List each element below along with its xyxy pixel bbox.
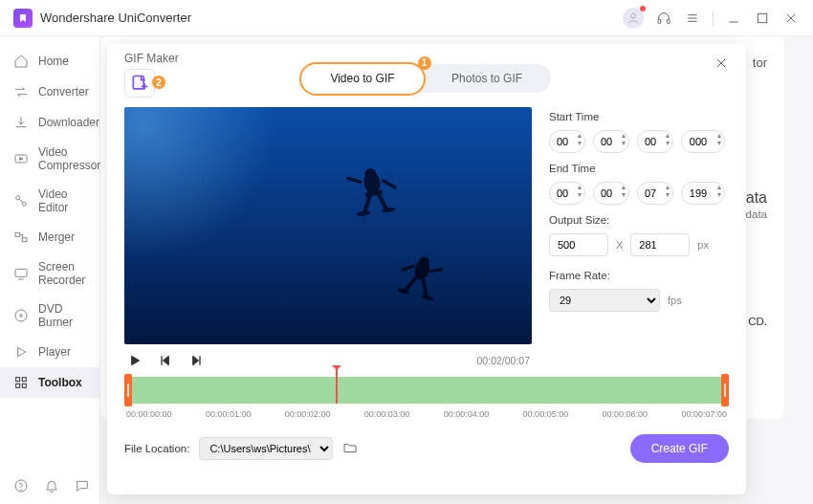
sidebar-item-dvd[interactable]: DVD Burner — [0, 295, 99, 337]
sidebar-item-converter[interactable]: Converter — [0, 77, 99, 107]
menu-icon[interactable] — [684, 10, 701, 27]
svg-marker-20 — [18, 347, 26, 356]
help-icon[interactable] — [13, 477, 29, 494]
svg-rect-22 — [22, 378, 26, 382]
prev-frame-button[interactable] — [157, 352, 174, 369]
tab-label: Video to GIF — [330, 72, 394, 85]
sidebar-item-editor[interactable]: Video Editor — [0, 180, 99, 222]
svg-line-13 — [19, 199, 23, 203]
open-folder-button[interactable] — [342, 440, 358, 457]
tab-video-to-gif[interactable]: Video to GIF 1 — [299, 62, 425, 96]
spinner-arrows[interactable]: ▴▾ — [666, 132, 670, 147]
svg-rect-14 — [15, 232, 20, 236]
tick-label: 00:00:05:00 — [523, 409, 569, 419]
bottom-bar: File Location: C:\Users\ws\Pictures\Wond… — [124, 434, 729, 463]
player-controls: 00:02/00:07 — [124, 348, 532, 373]
sidebar-item-merger[interactable]: Merger — [0, 222, 99, 252]
sidebar-label: Video Editor — [38, 187, 86, 214]
file-location-select[interactable]: C:\Users\ws\Pictures\Wonders — [199, 437, 333, 460]
add-file-button[interactable]: 2 — [124, 69, 155, 98]
app-title: Wondershare UniConverter — [40, 11, 191, 25]
end-seconds-input[interactable]: ▴▾ — [637, 182, 673, 205]
tick-label: 00:00:06:00 — [603, 409, 648, 419]
start-hours-input[interactable]: ▴▾ — [549, 130, 585, 153]
svg-point-26 — [21, 490, 22, 491]
output-width-input[interactable] — [549, 233, 608, 256]
divider — [713, 11, 714, 26]
svg-rect-15 — [22, 238, 27, 242]
sidebar-item-recorder[interactable]: Screen Recorder — [0, 252, 99, 295]
app-logo — [13, 9, 33, 28]
svg-rect-21 — [16, 378, 20, 382]
px-unit: px — [697, 239, 709, 251]
bg-snippet: CD. — [748, 316, 767, 327]
playhead[interactable] — [336, 367, 338, 404]
trim-end-handle[interactable] — [721, 374, 729, 406]
svg-line-41 — [403, 264, 413, 273]
spinner-arrows[interactable]: ▴▾ — [622, 184, 626, 199]
start-ms-input[interactable]: ▴▾ — [681, 130, 725, 153]
end-time-label: End Time — [549, 163, 729, 174]
video-preview[interactable] — [124, 107, 532, 344]
step-badge-1: 1 — [418, 56, 431, 70]
account-avatar[interactable] — [623, 8, 644, 29]
timeline-ticks: 00:00:00:0000:00:01:0000:00:02:0000:00:0… — [124, 409, 729, 419]
svg-rect-2 — [667, 19, 670, 23]
minimize-button[interactable] — [725, 10, 742, 27]
svg-rect-24 — [22, 383, 26, 387]
settings-panel: Start Time ▴▾ ▴▾ ▴▾ ▴▾ End Time ▴▾ ▴▾ ▴▾… — [549, 107, 729, 373]
bg-snippet: tor — [753, 55, 767, 70]
x-separator: X — [616, 239, 623, 251]
spinner-arrows[interactable]: ▴▾ — [622, 132, 626, 147]
frame-rate-select[interactable]: 29 — [549, 289, 660, 312]
spinner-arrows[interactable]: ▴▾ — [578, 184, 582, 199]
create-gif-button[interactable]: Create GIF — [630, 434, 729, 463]
tab-photos-to-gif[interactable]: Photos to GIF — [423, 64, 551, 93]
sidebar-label: Screen Recorder — [38, 260, 86, 287]
sidebar-label: Video Compressor — [38, 145, 100, 172]
maximize-button[interactable] — [754, 10, 771, 27]
sidebar-footer — [0, 468, 99, 504]
start-minutes-input[interactable]: ▴▾ — [593, 130, 629, 153]
sidebar-label: Toolbox — [38, 376, 82, 389]
bell-icon[interactable] — [44, 477, 59, 494]
spinner-arrows[interactable]: ▴▾ — [717, 132, 721, 147]
sidebar-item-player[interactable]: Player — [0, 337, 99, 367]
svg-line-33 — [348, 176, 361, 184]
output-height-input[interactable] — [630, 233, 690, 256]
tick-label: 00:00:03:00 — [364, 409, 410, 419]
close-button[interactable] — [782, 10, 800, 27]
sidebar-item-downloader[interactable]: Downloader — [0, 107, 99, 138]
frame-rate-label: Frame Rate: — [549, 270, 729, 281]
trim-start-handle[interactable] — [124, 374, 132, 406]
next-frame-button[interactable] — [187, 352, 205, 369]
titlebar: Wondershare UniConverter — [0, 0, 813, 36]
timeline[interactable]: 00:00:00:0000:00:01:0000:00:02:0000:00:0… — [124, 377, 729, 419]
svg-rect-1 — [658, 19, 661, 23]
play-button[interactable] — [126, 352, 143, 369]
start-seconds-input[interactable]: ▴▾ — [637, 130, 673, 153]
spinner-arrows[interactable]: ▴▾ — [578, 132, 582, 147]
sidebar-item-compressor[interactable]: Video Compressor — [0, 138, 99, 180]
sidebar-label: Home — [38, 55, 69, 68]
end-hours-input[interactable]: ▴▾ — [549, 182, 585, 205]
end-minutes-input[interactable]: ▴▾ — [593, 182, 629, 205]
modal-title: GIF Maker — [124, 52, 179, 65]
svg-marker-50 — [193, 356, 199, 364]
end-ms-input[interactable]: ▴▾ — [681, 182, 725, 205]
feedback-icon[interactable] — [75, 477, 90, 494]
sidebar-label: DVD Burner — [38, 302, 86, 329]
sidebar-label: Merger — [38, 230, 75, 244]
svg-line-43 — [406, 276, 416, 291]
tick-label: 00:00:02:00 — [285, 409, 331, 419]
svg-marker-47 — [132, 356, 140, 364]
svg-rect-23 — [16, 383, 20, 387]
headset-icon[interactable] — [655, 10, 672, 27]
tick-label: 00:00:01:00 — [206, 409, 252, 419]
spinner-arrows[interactable]: ▴▾ — [666, 184, 670, 199]
gif-maker-modal: GIF Maker 2 Video to GIF 1 Photos to GIF — [107, 44, 746, 494]
sidebar-item-home[interactable]: Home — [0, 46, 99, 77]
modal-close-button[interactable] — [714, 55, 729, 75]
spinner-arrows[interactable]: ▴▾ — [717, 184, 721, 199]
sidebar-item-toolbox[interactable]: Toolbox — [0, 367, 99, 398]
